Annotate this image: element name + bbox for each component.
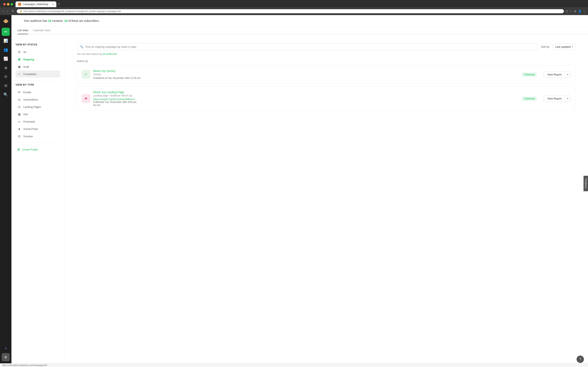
refresh-button[interactable]: ↻ (11, 8, 15, 14)
completed-icon: ✓ (17, 72, 21, 76)
search-input[interactable] (85, 45, 535, 48)
filter-social-posts[interactable]: ◈ Social Posts (16, 125, 60, 132)
active-tab[interactable]: 🐵 Campaigns | Mailchimp × (16, 1, 56, 7)
sidebar-item-integrations[interactable]: ⊞ (2, 82, 10, 90)
feedback-tab[interactable]: Feedback (584, 176, 588, 191)
ads-icon: ▦ (17, 112, 21, 116)
main-content: View by Status ☰ All ⊠ Ongoing ▣ Draft ✓… (11, 39, 588, 363)
view-report-chevron-survey[interactable]: ▾ (565, 71, 571, 78)
search-sort-bar: 🔍 Sort by Last updated ▾ (71, 43, 582, 50)
postcards-icon: ▭ (17, 119, 21, 124)
filter-postcards[interactable]: ▭ Postcards (16, 118, 60, 125)
surveys-icon: ⊟ (17, 134, 21, 138)
search-box[interactable]: 🔍 (77, 43, 538, 50)
back-button[interactable]: ‹ (2, 8, 5, 14)
filter-ads[interactable]: ▦ Ads (16, 111, 60, 118)
create-folder-plus-icon: ⊕ (17, 147, 20, 152)
sort-dropdown[interactable]: Last updated ▾ (553, 44, 576, 50)
view-report-button-landing[interactable]: View Report (544, 95, 565, 102)
banner-suffix: of these are subscribers. (68, 19, 99, 22)
tab-close-icon[interactable]: × (52, 3, 54, 6)
all-icon: ☰ (17, 50, 21, 54)
new-tab-button[interactable]: + (56, 1, 62, 7)
toolbar-icons: ⊡ ☆ ⊞ 👤 ⋮ (566, 9, 586, 13)
filter-social-posts-label: Social Posts (23, 127, 38, 131)
campaign-name-landing[interactable]: Mood Joy Landing Page (93, 91, 518, 94)
social-posts-icon: ◈ (17, 127, 21, 131)
tab-favicon: 🐵 (18, 3, 21, 6)
sidebar-item-reports[interactable]: 📈 (2, 55, 10, 63)
sidebar-item-ai[interactable]: ✦ (2, 344, 10, 352)
filter-landing-pages-label: Landing Pages (23, 105, 41, 108)
filter-surveys[interactable]: ⊟ Surveys (16, 133, 60, 140)
tab-list-view[interactable]: List View (17, 27, 28, 34)
campaign-meta-by-landing: by you (93, 104, 518, 106)
draft-icon: ▣ (17, 65, 21, 69)
status-section-title: View by Status (16, 43, 60, 46)
search-hint: You can also search by all audiences . (71, 53, 582, 55)
status-badge-landing: Published (522, 96, 537, 101)
sidebar-item-audience[interactable]: 👥 (2, 46, 10, 54)
cast-icon[interactable]: ⊡ (566, 9, 568, 13)
filter-completed-label: Completed (23, 73, 36, 76)
campaign-card-landing: ♥ Mood Joy Landing Page Landing page · A… (77, 86, 576, 111)
browser-toolbar: ‹ › ↻ 🔒 us21.admin.mailchimp.com/campaig… (0, 7, 588, 15)
tab-calendar-view[interactable]: Calendar View (33, 27, 50, 34)
campaign-actions-landing: View Report ▾ (544, 95, 571, 102)
filter-all[interactable]: ☰ All (16, 49, 60, 55)
filter-automations[interactable]: ◎ Automations (16, 96, 60, 103)
url-bar[interactable]: 🔒 us21.admin.mailchimp.com/campaigns/#f_… (17, 9, 564, 13)
filter-draft[interactable]: ▣ Draft (16, 63, 60, 70)
campaign-list-area: 🔍 Sort by Last updated ▾ You can also se… (65, 39, 588, 363)
profile-icon[interactable]: 👤 (578, 9, 581, 13)
view-report-button-survey[interactable]: View Report (544, 71, 565, 78)
sidebar-nav: 🐵 ✏ 📊 👥 📈 ▦ ⚙ ⊞ 🔍 ✦ D (0, 15, 11, 363)
status-badge-survey: Published (522, 72, 537, 77)
sort-chevron-icon: ▾ (572, 45, 573, 48)
filter-divider-1 (16, 80, 60, 81)
filter-postcards-label: Postcards (23, 120, 35, 123)
landing-pages-icon: ⊡ (17, 105, 21, 109)
sidebar-item-search[interactable]: 🔍 (2, 91, 10, 99)
campaign-type-landing: Landing page · Audience: Mood Joy (93, 94, 518, 97)
forward-button[interactable]: › (6, 8, 9, 14)
banner-prefix: Your audience has (24, 19, 48, 22)
campaign-meta-url-landing: https://mailchi.mp/91c1edc4e558/moo... (93, 98, 518, 101)
status-bar-url: https://us21.admin.mailchimp.com/l/campa… (2, 364, 47, 366)
tab-row: 🐵 Campaigns | Mailchimp × + (16, 1, 62, 7)
sidebar-item-automations[interactable]: ⚙ (2, 73, 10, 81)
filter-ongoing[interactable]: ⊠ Ongoing (16, 56, 60, 63)
create-folder-button[interactable]: ⊕ Create Folder (16, 146, 60, 153)
bookmark-icon[interactable]: ☆ (570, 9, 572, 13)
search-hint-suffix: . (118, 53, 118, 55)
menu-icon[interactable]: ⋮ (583, 9, 586, 13)
window-controls (2, 3, 15, 6)
sidebar-item-brand[interactable]: 🐵 (2, 17, 10, 25)
contacts-count: 16 (48, 19, 51, 22)
campaign-name-survey[interactable]: Mood Joy Survey (93, 69, 518, 73)
filter-surveys-label: Surveys (23, 135, 33, 138)
maximize-button[interactable] (11, 3, 13, 6)
view-report-chevron-landing[interactable]: ▾ (565, 95, 571, 102)
campaign-status-landing: Published (522, 97, 537, 100)
filter-landing-pages[interactable]: ⊡ Landing Pages (16, 103, 60, 110)
sidebar-item-content[interactable]: ▦ (2, 64, 10, 72)
minimize-button[interactable] (7, 3, 9, 6)
extensions-icon[interactable]: ⊞ (574, 9, 576, 13)
section-header: Active (2) (71, 59, 582, 63)
campaign-url-link[interactable]: https://mailchi.mp/91c1edc4e558/moo... (93, 98, 137, 101)
filter-draft-label: Draft (23, 65, 29, 68)
sidebar-item-campaigns[interactable]: ✏ (2, 28, 10, 36)
campaign-actions-survey: View Report ▾ (544, 71, 571, 78)
sidebar-item-analytics[interactable]: 📊 (2, 37, 10, 45)
campaign-info-survey: Mood Joy Survey Survey Published at Tue,… (93, 69, 518, 80)
filter-emails[interactable]: ✉ Emails (16, 89, 60, 96)
ongoing-icon: ⊠ (17, 57, 21, 61)
filter-completed[interactable]: ✓ Completed (16, 71, 60, 77)
close-button[interactable] (3, 3, 6, 6)
sidebar-item-avatar[interactable]: D (2, 353, 10, 361)
campaign-type-survey: Survey (93, 73, 518, 76)
all-audiences-link[interactable]: all audiences (103, 53, 117, 55)
app-layout: 🐵 ✏ 📊 👥 📈 ▦ ⚙ ⊞ 🔍 ✦ D Your audience has … (0, 15, 588, 363)
help-button[interactable]: ? (577, 356, 584, 363)
